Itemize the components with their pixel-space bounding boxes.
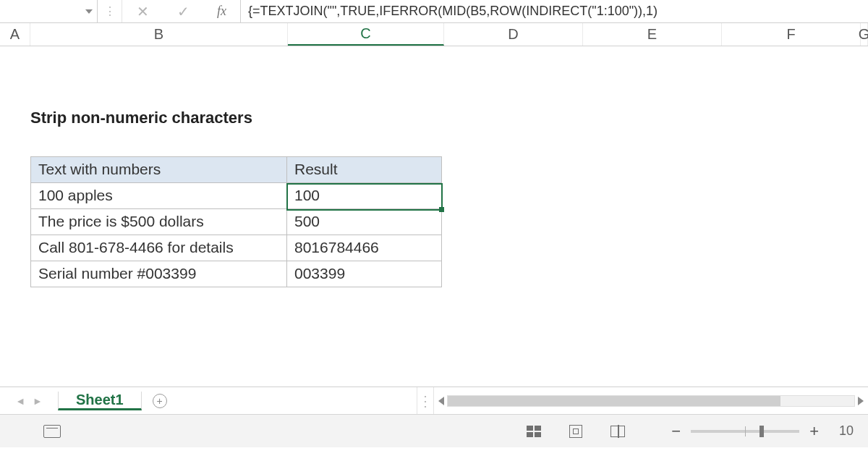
formula-bar: ⋮ ✕ ✓ fx {=TEXTJOIN("",TRUE,IFERROR(MID(… <box>0 0 868 23</box>
status-bar: − + 10 <box>0 414 868 447</box>
table-row: Call 801-678-4466 for details 8016784466 <box>31 235 442 261</box>
name-box-dropdown-icon[interactable] <box>85 9 93 14</box>
tab-scroll-buttons[interactable]: ◄► <box>0 395 58 407</box>
accept-formula-button[interactable]: ✓ <box>163 0 203 22</box>
column-header-d[interactable]: D <box>444 23 583 46</box>
cell-c6[interactable]: 500 <box>287 209 442 235</box>
zoom-slider[interactable] <box>691 430 799 433</box>
cell-c7[interactable]: 8016784466 <box>287 235 442 261</box>
view-page-break-button[interactable] <box>608 423 628 439</box>
column-headers: A B C D E F G <box>0 23 868 46</box>
header-text-with-numbers[interactable]: Text with numbers <box>31 157 287 183</box>
zoom-out-button[interactable]: − <box>671 422 681 441</box>
add-sheet-button[interactable]: + <box>142 394 178 408</box>
page-title: Strip non-numeric characters <box>30 109 252 127</box>
scroll-left-icon[interactable] <box>438 397 444 405</box>
view-page-layout-button[interactable] <box>566 423 586 439</box>
column-header-g[interactable]: G <box>861 23 868 46</box>
data-table: Text with numbers Result 100 apples 100 … <box>30 156 442 287</box>
table-row: The price is $500 dollars 500 <box>31 209 442 235</box>
sheet-tabs-row: ◄► Sheet1 + ⋮ <box>0 387 868 414</box>
formula-input[interactable]: {=TEXTJOIN("",TRUE,IFERROR(MID(B5,ROW(IN… <box>241 0 868 22</box>
column-header-a[interactable]: A <box>0 23 30 46</box>
tab-split-handle[interactable]: ⋮ <box>417 387 434 414</box>
zoom-value[interactable]: 10 <box>829 423 854 439</box>
worksheet-area[interactable]: Strip non-numeric characters Text with n… <box>0 46 868 387</box>
cell-c8[interactable]: 003399 <box>287 261 442 287</box>
cell-b7[interactable]: Call 801-678-4466 for details <box>31 235 287 261</box>
zoom-in-button[interactable]: + <box>809 422 819 441</box>
name-box[interactable] <box>0 0 98 22</box>
insert-function-button[interactable]: fx <box>203 0 241 22</box>
zoom-slider-thumb[interactable] <box>760 426 764 437</box>
formula-bar-separator: ⋮ <box>98 0 122 22</box>
zoom-controls: − + 10 <box>671 422 854 441</box>
horizontal-scroll-thumb[interactable] <box>448 396 780 406</box>
column-header-e[interactable]: E <box>583 23 722 46</box>
column-header-f[interactable]: F <box>722 23 861 46</box>
cell-b8[interactable]: Serial number #003399 <box>31 261 287 287</box>
cell-b5[interactable]: 100 apples <box>31 183 287 209</box>
tab-sheet1[interactable]: Sheet1 <box>58 392 142 410</box>
horizontal-scrollbar[interactable] <box>434 387 868 414</box>
cancel-formula-button[interactable]: ✕ <box>122 0 163 22</box>
table-row: 100 apples 100 <box>31 183 442 209</box>
column-header-c[interactable]: C <box>288 23 444 46</box>
horizontal-scroll-track[interactable] <box>447 395 855 407</box>
cell-c5[interactable]: 100 <box>287 183 442 209</box>
view-normal-button[interactable] <box>524 423 544 439</box>
macro-record-icon[interactable] <box>43 425 61 438</box>
header-result[interactable]: Result <box>287 157 442 183</box>
plus-icon: + <box>153 394 167 408</box>
column-header-b[interactable]: B <box>30 23 288 46</box>
cell-b6[interactable]: The price is $500 dollars <box>31 209 287 235</box>
table-header-row: Text with numbers Result <box>31 157 442 183</box>
table-row: Serial number #003399 003399 <box>31 261 442 287</box>
scroll-right-icon[interactable] <box>858 397 864 405</box>
